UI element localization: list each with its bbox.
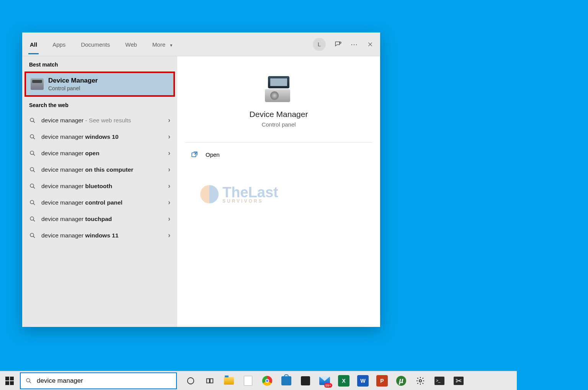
svg-point-5	[30, 184, 34, 187]
tab-web[interactable]: Web	[124, 34, 139, 54]
more-options-icon[interactable]: ⋯	[350, 41, 358, 48]
flyout-body: Best match Device Manager Control panel …	[22, 56, 380, 327]
tab-more-label: More	[152, 41, 165, 48]
file-explorer-icon[interactable]	[223, 375, 235, 387]
web-result[interactable]: device manager open ›	[22, 145, 177, 161]
chevron-right-icon: ›	[168, 166, 170, 174]
flyout-header: All Apps Documents Web More ▼ L ⋯	[22, 32, 380, 56]
utorrent-icon[interactable]: µ	[395, 375, 407, 387]
windows-logo-icon	[5, 377, 14, 385]
device-manager-large-icon	[263, 76, 294, 103]
best-match-label: Best match	[22, 56, 177, 72]
search-icon	[29, 183, 36, 190]
web-results-list: device manager - See web results › devic…	[22, 112, 177, 244]
powerpoint-icon[interactable]: P	[376, 375, 388, 387]
search-icon	[29, 232, 36, 239]
chevron-right-icon: ›	[168, 116, 170, 124]
notes-icon[interactable]	[299, 375, 312, 387]
search-icon	[29, 216, 36, 223]
svg-point-4	[30, 167, 34, 171]
web-result-text: device manager windows 10	[41, 133, 163, 140]
web-result-text: device manager windows 11	[41, 232, 163, 239]
cortana-icon[interactable]	[185, 375, 197, 387]
blank-app-icon[interactable]	[242, 375, 254, 387]
mail-badge: 99+	[324, 383, 332, 388]
detail-pane: Device Manager Control panel Open TheLas…	[177, 56, 380, 327]
best-match-title: Device Manager	[48, 77, 98, 84]
store-icon[interactable]	[280, 375, 292, 387]
tab-apps[interactable]: Apps	[51, 34, 67, 54]
watermark-text: TheLast	[222, 184, 278, 200]
start-button[interactable]	[0, 371, 19, 390]
feedback-icon[interactable]	[334, 41, 342, 48]
svg-point-1	[30, 118, 34, 122]
web-result-text: device manager control panel	[41, 199, 163, 206]
chevron-right-icon: ›	[168, 182, 170, 190]
taskbar-search[interactable]	[20, 372, 177, 389]
task-view-icon[interactable]	[204, 375, 216, 387]
web-result[interactable]: device manager windows 11 ›	[22, 227, 177, 244]
device-manager-icon	[31, 78, 44, 90]
search-web-label: Search the web	[22, 97, 177, 112]
search-icon	[29, 117, 36, 124]
taskbar: 99+ X W P µ >_ ✂	[0, 371, 517, 390]
web-result[interactable]: device manager on this computer ›	[22, 161, 177, 178]
search-icon	[29, 133, 36, 140]
filter-tabs: All Apps Documents Web More ▼	[28, 34, 175, 54]
chrome-icon[interactable]	[261, 375, 273, 387]
excel-icon[interactable]: X	[338, 375, 350, 387]
svg-point-3	[30, 151, 34, 154]
taskbar-icons: 99+ X W P µ >_ ✂	[185, 375, 465, 387]
chevron-right-icon: ›	[168, 215, 170, 223]
settings-icon[interactable]	[414, 375, 426, 387]
search-icon	[25, 377, 32, 384]
svg-point-6	[30, 200, 34, 204]
web-result-text: device manager open	[41, 150, 163, 157]
svg-rect-12	[207, 379, 209, 383]
best-match-result[interactable]: Device Manager Control panel	[24, 72, 175, 97]
svg-point-2	[30, 135, 34, 138]
web-result[interactable]: device manager touchpad ›	[22, 211, 177, 227]
chevron-right-icon: ›	[168, 198, 170, 206]
results-column: Best match Device Manager Control panel …	[22, 56, 177, 327]
svg-point-14	[419, 380, 421, 382]
svg-point-0	[340, 42, 341, 43]
chevron-right-icon: ›	[168, 231, 170, 239]
svg-point-10	[26, 379, 30, 382]
word-icon[interactable]: W	[357, 375, 369, 387]
mail-icon[interactable]: 99+	[318, 375, 331, 387]
web-result[interactable]: device manager - See web results ›	[22, 112, 177, 128]
chevron-right-icon: ›	[168, 133, 170, 141]
svg-rect-13	[210, 379, 213, 383]
open-icon	[191, 151, 198, 158]
detail-subtitle: Control panel	[261, 121, 296, 128]
web-result-text: device manager on this computer	[41, 166, 163, 173]
search-icon	[29, 150, 36, 157]
search-icon	[29, 199, 36, 206]
svg-point-8	[30, 233, 34, 237]
web-result[interactable]: device manager control panel ›	[22, 194, 177, 211]
tab-all[interactable]: All	[28, 34, 39, 54]
web-result[interactable]: device manager windows 10 ›	[22, 128, 177, 145]
detail-title: Device Manager	[250, 110, 308, 119]
web-result[interactable]: device manager bluetooth ›	[22, 178, 177, 194]
tab-more[interactable]: More ▼	[151, 34, 175, 54]
search-flyout: All Apps Documents Web More ▼ L ⋯ Best m…	[22, 32, 380, 327]
search-icon	[29, 166, 36, 173]
web-result-text: device manager bluetooth	[41, 183, 163, 190]
header-right: L ⋯	[313, 38, 374, 51]
svg-point-7	[30, 217, 34, 220]
open-label: Open	[206, 151, 220, 158]
best-match-subtitle: Control panel	[48, 85, 98, 91]
svg-point-11	[188, 377, 194, 384]
watermark-logo-icon	[200, 185, 219, 203]
user-avatar[interactable]: L	[313, 38, 326, 51]
chevron-down-icon: ▼	[169, 43, 173, 47]
close-icon[interactable]	[366, 41, 374, 48]
snip-icon[interactable]: ✂	[452, 375, 465, 387]
watermark: TheLast SURVIVORS	[200, 184, 278, 204]
search-input[interactable]	[37, 377, 172, 385]
open-action[interactable]: Open	[177, 143, 380, 166]
tab-documents[interactable]: Documents	[79, 34, 111, 54]
terminal-icon[interactable]: >_	[433, 375, 446, 387]
